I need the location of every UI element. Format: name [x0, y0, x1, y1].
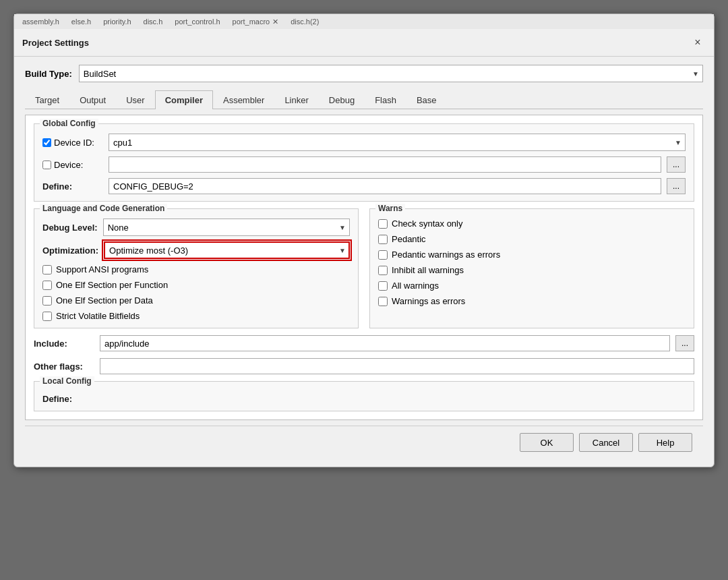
- tab-user[interactable]: User: [116, 90, 154, 109]
- all-warnings-label: All warnings: [392, 281, 439, 291]
- other-flags-input[interactable]: [100, 358, 694, 374]
- lang-code-title: Language and Code Generation: [40, 204, 167, 213]
- define-label: Define:: [42, 181, 103, 192]
- device-checkbox[interactable]: [42, 161, 51, 169]
- dialog-body: Build Type: BuildSet ▼ Target Output Use…: [14, 57, 714, 467]
- build-type-select[interactable]: BuildSet: [79, 65, 703, 82]
- tab-target[interactable]: Target: [25, 90, 69, 109]
- title-bar: Project Settings ×: [14, 29, 714, 57]
- warnings-as-errors-checkbox[interactable]: [378, 297, 388, 306]
- tab-compiler[interactable]: Compiler: [155, 90, 213, 109]
- editor-tab-5[interactable]: port_control.h: [169, 16, 225, 27]
- elf-section-data-checkbox[interactable]: [42, 296, 52, 306]
- support-ansi-checkbox[interactable]: [42, 265, 52, 274]
- build-type-select-container: BuildSet ▼: [79, 65, 703, 82]
- support-ansi-label: Support ANSI programs: [56, 264, 148, 274]
- optimization-select[interactable]: None (-O0) Optimize (-O1) Optimize more …: [104, 241, 350, 259]
- tab-debug[interactable]: Debug: [319, 90, 365, 109]
- elf-section-func-checkbox[interactable]: [42, 281, 52, 290]
- other-flags-label: Other flags:: [34, 361, 94, 372]
- include-browse-button[interactable]: ...: [675, 335, 694, 351]
- editor-tab-strip: assembly.h else.h priority.h disc.h port…: [14, 14, 714, 29]
- tab-assembler[interactable]: Assembler: [213, 90, 274, 109]
- pedantic-errors-row: Pedantic warnings as errors: [378, 250, 686, 260]
- tab-flash[interactable]: Flash: [365, 90, 406, 109]
- pedantic-errors-label: Pedantic warnings as errors: [392, 250, 500, 260]
- dialog-title: Project Settings: [22, 38, 89, 48]
- device-id-select-container: cpu1 ▼: [109, 134, 686, 151]
- device-input[interactable]: [109, 156, 661, 173]
- pedantic-label: Pedantic: [392, 234, 426, 244]
- tab-close-icon[interactable]: ✕: [272, 18, 278, 26]
- pedantic-errors-checkbox[interactable]: [378, 250, 388, 260]
- local-config-section: Local Config Define:: [34, 381, 694, 411]
- editor-tab-3[interactable]: priority.h: [98, 16, 136, 27]
- all-warnings-row: All warnings: [378, 281, 686, 291]
- editor-tab-1[interactable]: assembly.h: [17, 16, 65, 27]
- check-syntax-row: Check syntax only: [378, 219, 686, 229]
- device-id-select[interactable]: cpu1: [109, 134, 686, 151]
- ok-button[interactable]: OK: [520, 433, 574, 452]
- two-col-section: Language and Code Generation Debug Level…: [34, 208, 694, 328]
- other-flags-row: Other flags:: [34, 358, 694, 374]
- tab-base[interactable]: Base: [406, 90, 447, 109]
- support-ansi-row: Support ANSI programs: [42, 264, 350, 274]
- warns-section: Warns Check syntax only Pedantic Peda: [369, 208, 694, 328]
- strict-volatile-row: Strict Volatile Bitfields: [42, 311, 350, 321]
- global-config-section: Global Config Device ID: cpu1 ▼: [34, 123, 694, 202]
- device-id-checkbox[interactable]: [42, 138, 51, 147]
- include-input[interactable]: [100, 335, 670, 351]
- check-syntax-checkbox[interactable]: [378, 219, 388, 229]
- optimization-select-container: None (-O0) Optimize (-O1) Optimize more …: [104, 241, 350, 259]
- local-define-label: Define:: [42, 394, 103, 404]
- tab-output[interactable]: Output: [69, 90, 116, 109]
- device-row: Device: ...: [42, 156, 686, 173]
- cancel-button[interactable]: Cancel: [579, 433, 633, 452]
- warns-content: Check syntax only Pedantic Pedantic warn…: [378, 219, 686, 306]
- include-label: Include:: [34, 339, 94, 349]
- warnings-as-errors-row: Warnings as errors: [378, 296, 686, 306]
- check-syntax-label: Check syntax only: [392, 219, 463, 229]
- optimization-row: Optimization: None (-O0) Optimize (-O1) …: [42, 241, 350, 259]
- lang-code-section: Language and Code Generation Debug Level…: [34, 208, 359, 328]
- define-row: Define: ...: [42, 178, 686, 194]
- debug-level-label: Debug Level:: [42, 223, 98, 233]
- global-config-content: Device ID: cpu1 ▼ Device:: [42, 134, 686, 194]
- tab-linker[interactable]: Linker: [274, 90, 318, 109]
- debug-level-select[interactable]: None -g1 -g2 -g3: [103, 219, 350, 236]
- define-browse-button[interactable]: ...: [667, 178, 686, 194]
- local-define-row: Define:: [42, 394, 686, 404]
- pedantic-checkbox[interactable]: [378, 235, 388, 244]
- device-id-label: Device ID:: [54, 138, 94, 148]
- include-row: Include: ...: [34, 335, 694, 351]
- strict-volatile-checkbox[interactable]: [42, 312, 52, 321]
- elf-section-data-row: One Elf Section per Data: [42, 295, 350, 306]
- pedantic-row: Pedantic: [378, 234, 686, 244]
- elf-section-data-label: One Elf Section per Data: [56, 295, 153, 306]
- device-label: Device:: [54, 160, 83, 170]
- editor-tab-4[interactable]: disc.h: [138, 16, 169, 27]
- all-warnings-checkbox[interactable]: [378, 281, 388, 291]
- lang-code-content: Debug Level: None -g1 -g2 -g3 ▼: [42, 219, 350, 321]
- define-input[interactable]: [109, 178, 661, 194]
- local-config-content: Define:: [42, 394, 686, 404]
- global-config-title: Global Config: [40, 119, 98, 128]
- device-id-row: Device ID: cpu1 ▼: [42, 134, 686, 151]
- project-settings-dialog: assembly.h else.h priority.h disc.h port…: [13, 13, 715, 467]
- elf-section-func-row: One Elf Section per Function: [42, 280, 350, 290]
- warns-title: Warns: [375, 204, 405, 213]
- device-browse-button[interactable]: ...: [667, 156, 686, 173]
- inhibit-warnings-checkbox[interactable]: [378, 266, 388, 275]
- editor-tab-2[interactable]: else.h: [66, 16, 96, 27]
- help-button[interactable]: Help: [638, 433, 692, 452]
- build-type-label: Build Type:: [25, 69, 72, 79]
- optimization-label: Optimization:: [42, 245, 98, 256]
- editor-tab-6[interactable]: port_macro ✕: [227, 16, 284, 28]
- close-button[interactable]: ×: [690, 34, 706, 51]
- elf-section-func-label: One Elf Section per Function: [56, 280, 168, 290]
- build-type-row: Build Type: BuildSet ▼: [25, 65, 703, 82]
- editor-tab-7[interactable]: disc.h(2): [285, 16, 324, 27]
- tab-strip: Target Output User Compiler Assembler Li…: [25, 90, 703, 109]
- dialog-footer: OK Cancel Help: [25, 426, 703, 459]
- debug-level-select-container: None -g1 -g2 -g3 ▼: [103, 219, 350, 236]
